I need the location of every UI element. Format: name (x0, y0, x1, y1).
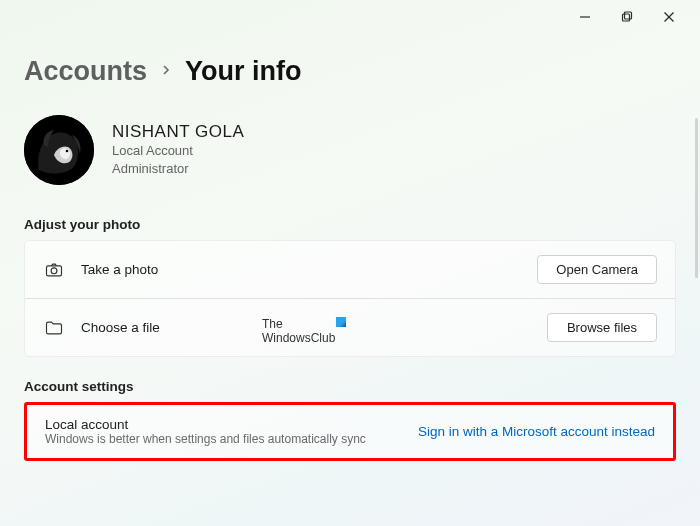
scrollbar[interactable] (695, 118, 698, 278)
row-choose-file: Choose a file Browse files (25, 299, 675, 356)
local-account-subtitle: Windows is better when settings and file… (45, 432, 366, 446)
maximize-button[interactable] (620, 10, 634, 24)
window-titlebar (578, 0, 700, 32)
breadcrumb-parent[interactable]: Accounts (24, 56, 147, 87)
photo-card-group: Take a photo Open Camera Choose a file B… (24, 240, 676, 357)
local-account-title: Local account (45, 417, 366, 432)
folder-icon (43, 317, 65, 339)
breadcrumb: Accounts Your info (24, 56, 676, 87)
camera-icon (43, 259, 65, 281)
browse-files-button[interactable]: Browse files (547, 313, 657, 342)
user-account-type: Local Account (112, 142, 244, 160)
row-label: Choose a file (81, 320, 547, 335)
sign-in-microsoft-link[interactable]: Sign in with a Microsoft account instead (418, 424, 655, 439)
svg-point-8 (51, 267, 57, 273)
row-label: Take a photo (81, 262, 537, 277)
svg-rect-2 (625, 12, 632, 19)
section-title-account: Account settings (24, 379, 676, 394)
minimize-button[interactable] (578, 10, 592, 24)
page-title: Your info (185, 56, 301, 87)
section-title-photo: Adjust your photo (24, 217, 676, 232)
user-name: NISHANT GOLA (112, 122, 244, 142)
avatar[interactable] (24, 115, 94, 185)
row-take-photo: Take a photo Open Camera (25, 241, 675, 299)
user-info: NISHANT GOLA Local Account Administrator (24, 115, 676, 185)
svg-rect-1 (623, 14, 630, 21)
open-camera-button[interactable]: Open Camera (537, 255, 657, 284)
chevron-right-icon (161, 63, 171, 81)
user-role: Administrator (112, 160, 244, 178)
local-account-row: Local account Windows is better when set… (24, 402, 676, 461)
svg-point-6 (66, 150, 69, 153)
close-button[interactable] (662, 10, 676, 24)
